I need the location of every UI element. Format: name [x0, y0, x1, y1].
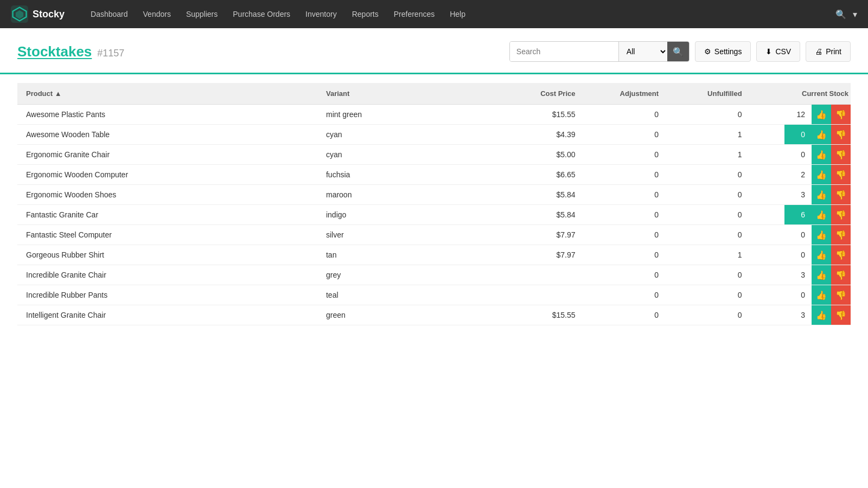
settings-icon: ⚙	[704, 47, 711, 56]
col-adjustment[interactable]: Adjustment	[584, 83, 667, 105]
cell-variant: mint green	[317, 105, 484, 125]
cell-product: Gorgeous Rubber Shirt	[17, 245, 317, 265]
table-row: Ergonomic Granite Chaircyan$5.00010👍👎	[17, 145, 851, 165]
cell-current-stock: 0👍👎	[751, 145, 851, 165]
table-row: Ergonomic Wooden Computerfuchsia$6.65002…	[17, 165, 851, 185]
col-variant[interactable]: Variant	[317, 83, 484, 105]
thumbs-down-button[interactable]: 👎	[831, 285, 851, 305]
thumbs-down-button[interactable]: 👎	[831, 205, 851, 224]
col-cost-price[interactable]: Cost Price	[484, 83, 584, 105]
cell-cost-price	[484, 285, 584, 305]
cell-unfulfilled: 0	[667, 105, 751, 125]
page-title-group: Stocktakes #1157	[17, 43, 124, 60]
print-button[interactable]: 🖨 Print	[806, 41, 851, 62]
cell-unfulfilled: 0	[667, 285, 751, 305]
col-unfulfilled[interactable]: Unfulfilled	[667, 83, 751, 105]
search-button[interactable]: 🔍	[667, 41, 689, 62]
cell-adjustment: 0	[584, 165, 667, 185]
thumbs-up-button[interactable]: 👍	[812, 305, 831, 325]
cell-adjustment: 0	[584, 145, 667, 165]
stock-value: 3	[790, 185, 812, 204]
nav-item-help[interactable]: Help	[450, 10, 465, 18]
cell-cost-price: $7.97	[484, 225, 584, 245]
stock-value: 12	[790, 105, 812, 124]
thumbs-down-button[interactable]: 👎	[831, 125, 851, 144]
cell-current-stock: 3👍👎	[751, 305, 851, 325]
table-row: Gorgeous Rubber Shirttan$7.97010👍👎	[17, 245, 851, 265]
page-title: Stocktakes	[17, 43, 92, 60]
settings-button[interactable]: ⚙ Settings	[695, 41, 751, 62]
cell-current-stock: 0👍👎	[751, 225, 851, 245]
col-current-stock[interactable]: Current Stock	[751, 83, 851, 105]
cell-cost-price: $15.55	[484, 305, 584, 325]
nav-item-suppliers[interactable]: Suppliers	[186, 10, 218, 18]
cell-variant: cyan	[317, 145, 484, 165]
cell-unfulfilled: 0	[667, 225, 751, 245]
thumbs-up-button[interactable]: 👍	[812, 185, 831, 204]
cell-unfulfilled: 0	[667, 165, 751, 185]
thumbs-down-button[interactable]: 👎	[831, 165, 851, 184]
thumbs-up-button[interactable]: 👍	[812, 265, 831, 285]
csv-button[interactable]: ⬇ CSV	[756, 41, 800, 62]
stocky-logo-icon	[11, 5, 28, 23]
nav-item-preferences[interactable]: Preferences	[394, 10, 435, 18]
nav-item-purchase-orders[interactable]: Purchase Orders	[233, 10, 290, 18]
search-input[interactable]	[510, 42, 618, 61]
filter-select[interactable]: All Active Inactive	[618, 42, 667, 61]
thumbs-up-button[interactable]: 👍	[812, 165, 831, 184]
brand-name: Stocky	[33, 9, 65, 20]
table-row: Fantastic Steel Computersilver$7.97000👍👎	[17, 225, 851, 245]
csv-icon: ⬇	[765, 47, 772, 56]
thumbs-down-button[interactable]: 👎	[831, 105, 851, 124]
thumbs-down-button[interactable]: 👎	[831, 265, 851, 285]
navbar: Stocky Dashboard Vendors Suppliers Purch…	[0, 0, 868, 28]
stock-value: 3	[790, 265, 812, 285]
cell-cost-price: $15.55	[484, 105, 584, 125]
thumbs-down-button[interactable]: 👎	[831, 145, 851, 164]
nav-item-reports[interactable]: Reports	[352, 10, 379, 18]
cell-variant: teal	[317, 285, 484, 305]
thumbs-up-button[interactable]: 👍	[812, 105, 831, 124]
thumbs-up-button[interactable]: 👍	[812, 145, 831, 164]
cell-unfulfilled: 0	[667, 265, 751, 285]
table-body: Awesome Plastic Pantsmint green$15.55001…	[17, 105, 851, 325]
thumbs-down-button[interactable]: 👎	[831, 305, 851, 325]
thumbs-down-button[interactable]: 👎	[831, 185, 851, 204]
thumbs-down-button[interactable]: 👎	[831, 225, 851, 245]
cell-product: Intelligent Granite Chair	[17, 305, 317, 325]
thumbs-up-button[interactable]: 👍	[812, 285, 831, 305]
nav-item-dashboard[interactable]: Dashboard	[91, 10, 128, 18]
cell-variant: grey	[317, 265, 484, 285]
cell-unfulfilled: 0	[667, 185, 751, 205]
page-header: Stocktakes #1157 All Active Inactive 🔍 ⚙…	[0, 28, 868, 62]
cell-current-stock: 0👍👎	[751, 125, 851, 145]
cell-adjustment: 0	[584, 265, 667, 285]
nav-chevron-icon[interactable]: ▾	[853, 9, 857, 20]
cell-current-stock: 6👍👎	[751, 205, 851, 225]
cell-unfulfilled: 1	[667, 125, 751, 145]
cell-variant: green	[317, 305, 484, 325]
brand-logo[interactable]: Stocky	[11, 5, 65, 23]
nav-item-inventory[interactable]: Inventory	[305, 10, 337, 18]
nav-item-vendors[interactable]: Vendors	[143, 10, 171, 18]
cell-unfulfilled: 0	[667, 205, 751, 225]
search-box: All Active Inactive 🔍	[509, 41, 690, 62]
cell-cost-price: $6.65	[484, 165, 584, 185]
nav-search-icon[interactable]: 🔍	[835, 9, 846, 20]
stock-value: 0	[790, 285, 812, 305]
cell-product: Fantastic Granite Car	[17, 205, 317, 225]
cell-unfulfilled: 1	[667, 145, 751, 165]
print-label: Print	[826, 47, 841, 56]
thumbs-down-button[interactable]: 👎	[831, 245, 851, 265]
thumbs-up-button[interactable]: 👍	[812, 225, 831, 245]
cell-adjustment: 0	[584, 245, 667, 265]
cell-adjustment: 0	[584, 285, 667, 305]
thumbs-up-button[interactable]: 👍	[812, 125, 831, 144]
cell-current-stock: 2👍👎	[751, 165, 851, 185]
thumbs-up-button[interactable]: 👍	[812, 245, 831, 265]
table-row: Awesome Plastic Pantsmint green$15.55001…	[17, 105, 851, 125]
cell-variant: maroon	[317, 185, 484, 205]
thumbs-up-button[interactable]: 👍	[812, 205, 831, 224]
table-row: Fantastic Granite Carindigo$5.84006👍👎	[17, 205, 851, 225]
col-product[interactable]: Product ▲	[17, 83, 317, 105]
